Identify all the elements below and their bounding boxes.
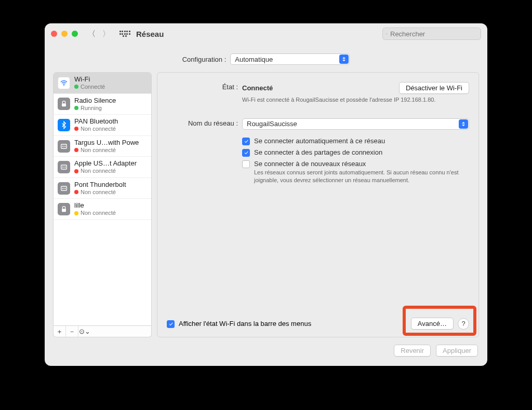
wifi-icon bbox=[58, 77, 70, 89]
search-field[interactable] bbox=[382, 28, 481, 40]
window-title: Réseau bbox=[136, 30, 164, 38]
auto-connect-label: Se connecter automatiquement à ce réseau bbox=[254, 137, 385, 145]
show-in-menu-label: Afficher l'état Wi-Fi dans la barre des … bbox=[179, 320, 311, 327]
search-input[interactable] bbox=[390, 30, 477, 38]
new-networks-checkbox[interactable] bbox=[242, 160, 250, 168]
advanced-button[interactable]: Avancé… bbox=[411, 318, 454, 330]
services-sidebar: Wi-Fi Connecté Radio Silence Running bbox=[53, 72, 152, 337]
service-apple-usb-adapter[interactable]: Apple US…t Adapter Non connecté bbox=[54, 157, 151, 178]
status-dot-icon bbox=[74, 127, 78, 131]
svg-point-0 bbox=[387, 33, 388, 34]
detail-panel: État : Connecté Désactiver le Wi-Fi Wi-F… bbox=[157, 72, 479, 337]
window-footer: Revenir Appliquer bbox=[45, 337, 487, 366]
add-service-button[interactable]: ＋ bbox=[54, 326, 66, 337]
service-wifi[interactable]: Wi-Fi Connecté bbox=[54, 73, 151, 94]
svg-rect-7 bbox=[62, 209, 66, 212]
service-name: PAN Bluetooth bbox=[74, 118, 118, 126]
select-arrows-icon bbox=[339, 54, 349, 64]
network-preferences-window: 〈 〉 Réseau Configuration : Automatique bbox=[45, 23, 487, 366]
service-actions-button[interactable]: ⊙⌄ bbox=[78, 326, 91, 337]
svg-point-2 bbox=[63, 85, 64, 86]
lock-icon bbox=[58, 98, 70, 110]
service-name: Wi-Fi bbox=[74, 76, 105, 84]
status-dot-icon bbox=[74, 85, 78, 89]
state-value: Connecté bbox=[242, 84, 273, 92]
ethernet-icon bbox=[58, 161, 70, 173]
select-arrows-icon bbox=[459, 119, 468, 129]
status-dot-icon bbox=[74, 211, 78, 215]
svg-line-1 bbox=[387, 34, 388, 34]
status-dot-icon bbox=[74, 148, 78, 152]
service-radio-silence[interactable]: Radio Silence Running bbox=[54, 94, 151, 115]
apply-button[interactable]: Appliquer bbox=[436, 345, 478, 357]
service-targus-ethernet[interactable]: Targus U…with Powe Non connecté bbox=[54, 136, 151, 157]
zoom-window-button[interactable] bbox=[72, 31, 78, 37]
titlebar: 〈 〉 Réseau bbox=[45, 23, 487, 44]
location-label: Configuration : bbox=[182, 56, 227, 63]
status-dot-icon bbox=[74, 169, 78, 173]
nav-buttons: 〈 〉 bbox=[85, 28, 112, 40]
state-label: État : bbox=[167, 82, 242, 91]
ethernet-icon bbox=[58, 140, 70, 153]
service-name: Apple US…t Adapter bbox=[74, 160, 137, 168]
service-vpn-lille[interactable]: lille Non connecté bbox=[54, 199, 151, 220]
back-button[interactable]: 〈 bbox=[85, 28, 98, 40]
toggle-wifi-button[interactable]: Désactiver le Wi-Fi bbox=[399, 82, 469, 94]
close-window-button[interactable] bbox=[51, 31, 57, 37]
status-dot-icon bbox=[74, 106, 78, 110]
network-name-label: Nom du réseau : bbox=[167, 118, 242, 127]
service-name: Pont Thunderbolt bbox=[74, 181, 126, 189]
new-networks-note: Les réseaux connus seront joints automat… bbox=[254, 169, 469, 184]
state-description: Wi-Fi est connecté à RougailSaucisse et … bbox=[242, 96, 450, 104]
show-in-menu-checkbox[interactable] bbox=[167, 320, 175, 328]
svg-rect-3 bbox=[62, 104, 66, 107]
service-thunderbolt-bridge[interactable]: Pont Thunderbolt Non connecté bbox=[54, 178, 151, 199]
sidebar-toolbar: ＋ － ⊙⌄ bbox=[53, 326, 152, 337]
lock-icon bbox=[58, 203, 70, 215]
hotspot-checkbox[interactable] bbox=[242, 149, 250, 157]
location-value: Automatique bbox=[235, 56, 273, 63]
network-name-value: RougailSaucisse bbox=[247, 120, 297, 128]
ethernet-icon bbox=[58, 182, 70, 195]
hotspot-label: Se connecter à des partages de connexion bbox=[254, 148, 382, 156]
service-bluetooth-pan[interactable]: PAN Bluetooth Non connecté bbox=[54, 115, 151, 136]
service-name: Radio Silence bbox=[74, 97, 116, 105]
location-row: Configuration : Automatique bbox=[45, 44, 487, 72]
new-networks-label: Se connecter à de nouveaux réseaux bbox=[254, 160, 366, 168]
search-icon bbox=[386, 31, 388, 37]
revert-button[interactable]: Revenir bbox=[394, 345, 431, 357]
service-name: Targus U…with Powe bbox=[74, 139, 139, 147]
remove-service-button[interactable]: － bbox=[66, 326, 78, 337]
show-all-button[interactable] bbox=[118, 28, 131, 40]
bluetooth-icon bbox=[58, 119, 70, 131]
location-select[interactable]: Automatique bbox=[230, 53, 350, 65]
services-list: Wi-Fi Connecté Radio Silence Running bbox=[53, 72, 152, 326]
service-name: lille bbox=[74, 202, 116, 210]
auto-connect-checkbox[interactable] bbox=[242, 138, 250, 145]
traffic-lights bbox=[51, 31, 78, 37]
network-name-select[interactable]: RougailSaucisse bbox=[242, 118, 469, 130]
help-button[interactable]: ? bbox=[458, 318, 469, 330]
status-dot-icon bbox=[74, 190, 78, 194]
forward-button[interactable]: 〉 bbox=[100, 28, 112, 40]
minimize-window-button[interactable] bbox=[61, 31, 68, 37]
